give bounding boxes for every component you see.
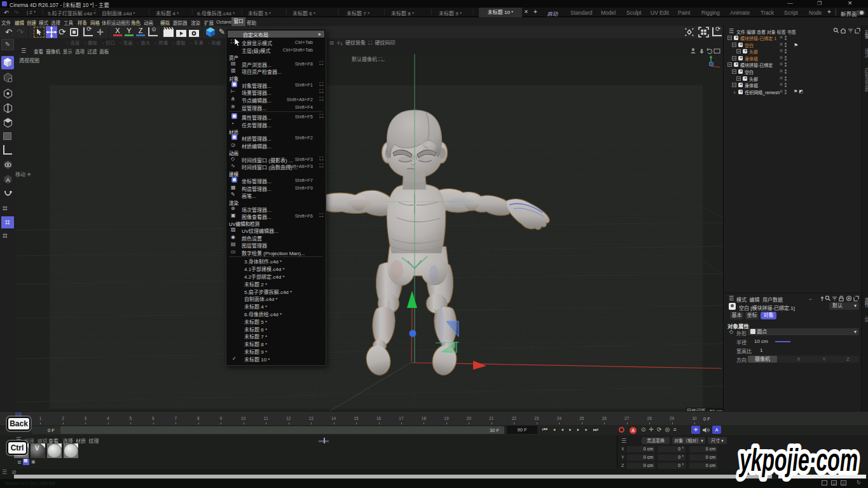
- svg-text:A: A: [6, 177, 10, 183]
- svg-text:ykpojie·com: ykpojie·com: [738, 442, 858, 478]
